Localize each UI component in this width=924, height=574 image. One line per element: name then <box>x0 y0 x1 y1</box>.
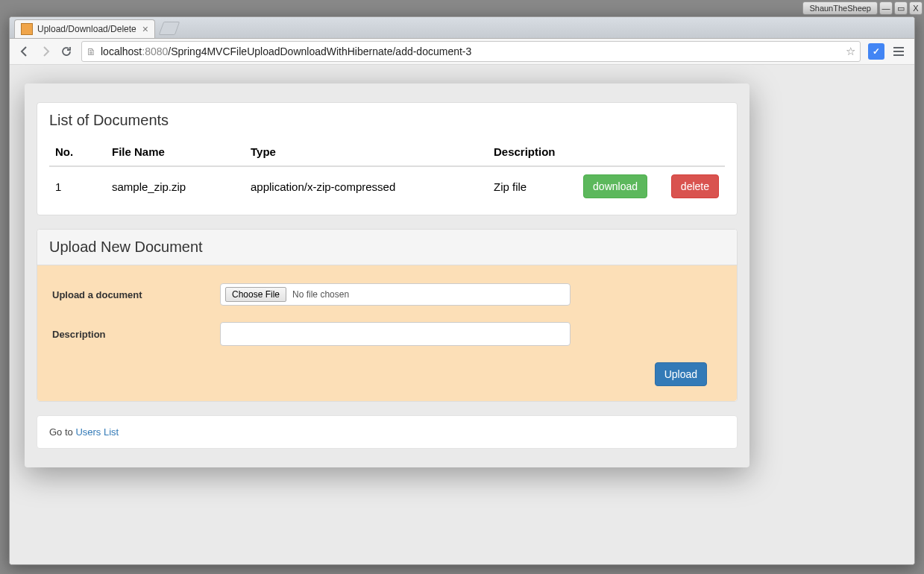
footer-text: Go to <box>49 426 75 438</box>
bookmark-star-icon[interactable]: ☆ <box>846 45 855 58</box>
col-desc: Description <box>488 138 567 166</box>
table-row: 1 sample_zip.zip application/x-zip-compr… <box>49 166 725 206</box>
refresh-icon <box>60 45 72 57</box>
tab-title: Upload/Download/Delete <box>37 24 136 34</box>
arrow-left-icon <box>19 45 31 57</box>
os-maximize-button[interactable]: ▭ <box>894 1 908 15</box>
footer-well: Go to Users List <box>37 415 738 449</box>
hamburger-icon <box>893 47 904 48</box>
back-button[interactable] <box>16 42 34 60</box>
address-bar[interactable]: 🗎 localhost:8080/Spring4MVCFileUploadDow… <box>81 41 861 62</box>
cell-type: application/x-zip-compressed <box>245 166 488 206</box>
forward-button[interactable] <box>37 42 54 60</box>
col-no: No. <box>49 138 106 166</box>
col-name: File Name <box>106 138 245 166</box>
favicon-icon <box>21 23 33 35</box>
upload-heading: Upload New Document <box>37 230 737 265</box>
url-port: :8080 <box>142 45 168 57</box>
os-task-label[interactable]: ShaunTheSheep <box>802 1 878 15</box>
browser-window: Upload/Download/Delete × 🗎 localhost:808… <box>9 16 915 565</box>
reload-button[interactable] <box>57 42 75 60</box>
file-label: Upload a document <box>52 289 220 300</box>
extension-icon[interactable]: ✓ <box>868 43 884 60</box>
os-taskbar: ShaunTheSheep — ▭ X <box>802 0 924 15</box>
choose-file-button[interactable]: Choose File <box>225 287 286 302</box>
page-container: List of Documents No. File Name Type Des… <box>25 83 749 467</box>
upload-button[interactable]: Upload <box>655 362 707 386</box>
documents-panel: List of Documents No. File Name Type Des… <box>37 102 738 215</box>
description-label: Description <box>52 329 220 340</box>
browser-menu-button[interactable] <box>890 43 907 60</box>
browser-tab[interactable]: Upload/Download/Delete × <box>14 19 155 38</box>
os-minimize-button[interactable]: — <box>879 1 893 15</box>
tab-strip: Upload/Download/Delete × <box>10 17 914 39</box>
upload-panel: Upload New Document Upload a document Ch… <box>37 229 738 402</box>
delete-button[interactable]: delete <box>671 174 719 198</box>
arrow-right-icon <box>40 45 51 57</box>
upload-form: Upload a document Choose File No file ch… <box>37 265 737 401</box>
url-path: /Spring4MVCFileUploadDownloadWithHiberna… <box>168 45 471 57</box>
url-host: localhost <box>101 45 142 57</box>
page-icon: 🗎 <box>87 46 96 57</box>
tab-close-icon[interactable]: × <box>142 24 148 34</box>
browser-toolbar: 🗎 localhost:8080/Spring4MVCFileUploadDow… <box>10 39 914 65</box>
description-input[interactable] <box>220 322 571 346</box>
cell-desc: Zip file <box>488 166 567 206</box>
page-viewport[interactable]: List of Documents No. File Name Type Des… <box>10 65 914 564</box>
new-tab-button[interactable] <box>159 22 180 35</box>
col-type: Type <box>245 138 488 166</box>
os-close-button[interactable]: X <box>909 1 923 15</box>
download-button[interactable]: download <box>583 174 647 198</box>
cell-name: sample_zip.zip <box>106 166 245 206</box>
documents-heading: List of Documents <box>37 103 737 138</box>
users-list-link[interactable]: Users List <box>75 426 119 438</box>
cell-no: 1 <box>49 166 106 206</box>
documents-table: No. File Name Type Description 1 <box>49 138 725 206</box>
file-input[interactable]: Choose File No file chosen <box>220 283 571 306</box>
file-status: No file chosen <box>292 289 349 300</box>
